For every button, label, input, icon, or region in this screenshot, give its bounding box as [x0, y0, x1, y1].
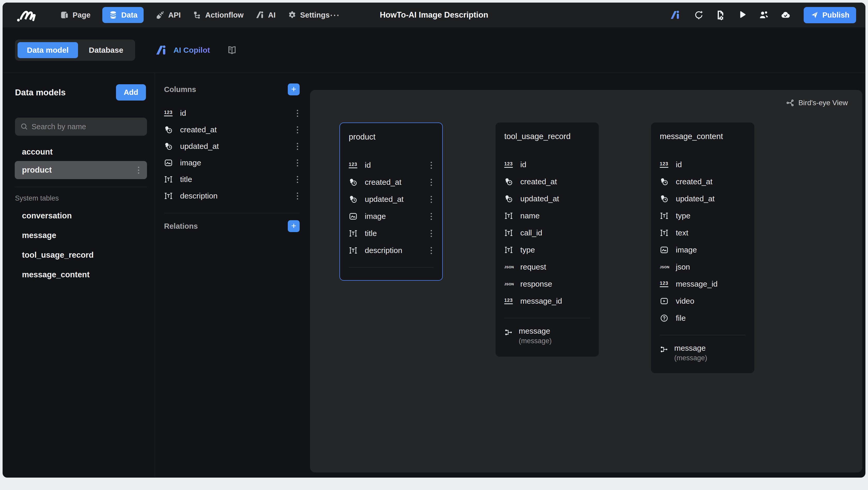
text-icon	[349, 229, 361, 238]
json-icon: JSON	[504, 282, 516, 286]
birdseye-share-icon	[786, 99, 795, 107]
publish-button[interactable]: Publish	[804, 7, 856, 23]
field-name: type	[520, 246, 590, 254]
people-icon[interactable]	[759, 10, 769, 20]
model-list: account product	[3, 143, 155, 179]
birdseye-view-button[interactable]: Bird's-eye View	[786, 99, 848, 107]
field-menu-icon[interactable]	[429, 177, 433, 187]
video-icon	[660, 297, 672, 305]
field-menu-icon[interactable]	[429, 211, 433, 221]
docs-book-icon[interactable]	[226, 45, 238, 56]
file-unknown-icon	[660, 314, 672, 323]
column-menu-icon[interactable]	[295, 158, 300, 168]
search-input[interactable]	[15, 118, 147, 136]
table-card-product[interactable]: product 123 id created_at updated_at ima…	[339, 123, 443, 281]
column-row-description[interactable]: description	[164, 188, 300, 204]
column-menu-icon[interactable]	[295, 141, 300, 151]
table-name: product	[349, 132, 433, 143]
column-row-updated_at[interactable]: updated_at	[164, 138, 300, 155]
send-icon	[810, 11, 819, 19]
column-row-created_at[interactable]: created_at	[164, 121, 300, 138]
card-field-id: 123 id	[660, 156, 746, 173]
column-menu-icon[interactable]	[295, 191, 300, 201]
more-menu-icon[interactable]: ⋯	[330, 12, 340, 18]
model-search	[15, 118, 147, 136]
publish-label: Publish	[822, 11, 849, 20]
field-name: id	[676, 160, 746, 169]
cloud-check-icon[interactable]	[780, 10, 791, 20]
tab-page[interactable]: Page	[60, 10, 90, 20]
column-name: updated_at	[180, 142, 295, 151]
datetime-clock-icon	[504, 194, 516, 203]
add-column-button[interactable]: +	[288, 84, 300, 95]
card-field-created_at: created_at	[349, 174, 433, 191]
sidebar-item-message[interactable]: message	[15, 225, 147, 245]
card-field-updated_at: updated_at	[660, 190, 746, 207]
schema-canvas[interactable]: Bird's-eye View product 123 id created_a…	[310, 90, 862, 472]
model-menu-icon[interactable]	[136, 165, 141, 175]
field-name: created_at	[365, 178, 429, 187]
table-card-tool_usage_record[interactable]: tool_usage_record 123 id created_at upda…	[495, 123, 599, 357]
tab-actionflow[interactable]: Actionflow	[193, 10, 244, 20]
field-name: name	[520, 211, 590, 220]
field-name: description	[365, 246, 429, 255]
model-name: product	[22, 165, 52, 175]
card-field-text: text	[660, 224, 746, 241]
image-icon	[164, 158, 176, 167]
sidebar-divider	[15, 187, 147, 187]
ai-copilot-label: AI Copilot	[173, 46, 210, 55]
field-menu-icon[interactable]	[429, 246, 433, 255]
card-field-name: name	[504, 207, 590, 224]
sidebar-item-message_content[interactable]: message_content	[15, 265, 147, 284]
main-nav: Page Data API Actionflow AI Settings	[60, 7, 330, 23]
card-divider	[349, 267, 433, 268]
field-menu-icon[interactable]	[429, 194, 433, 205]
tab-api[interactable]: API	[156, 10, 181, 20]
text-icon	[504, 228, 516, 237]
refresh-sparkle-icon[interactable]	[693, 10, 704, 20]
add-relation-button[interactable]: +	[288, 220, 300, 232]
ai-copilot-button[interactable]: AI Copilot	[155, 45, 210, 56]
card-field-video: video	[660, 293, 746, 310]
sidebar-item-account[interactable]: account	[15, 143, 147, 161]
momen-logo-icon[interactable]	[16, 7, 38, 23]
view-switcher: Data model Database	[15, 39, 135, 61]
search-icon	[20, 123, 28, 131]
datetime-clock-icon	[349, 195, 361, 204]
card-field-description: description	[349, 242, 433, 259]
number-123-icon: 123	[349, 162, 361, 168]
table-card-message_content[interactable]: message_content 123 id created_at update…	[651, 123, 754, 373]
card-field-json: JSON json	[660, 258, 746, 275]
tab-database[interactable]: Database	[80, 42, 132, 58]
tab-settings[interactable]: Settings	[287, 10, 330, 20]
field-name: created_at	[520, 177, 590, 186]
tab-data[interactable]: Data	[102, 7, 144, 23]
column-menu-icon[interactable]	[295, 175, 300, 185]
card-field-type: type	[504, 241, 590, 258]
card-field-call_id: call_id	[504, 224, 590, 241]
field-menu-icon[interactable]	[429, 160, 433, 170]
tab-data-model[interactable]: Data model	[18, 42, 78, 58]
tab-label: Data	[121, 11, 137, 20]
column-menu-icon[interactable]	[295, 108, 300, 118]
model-name: account	[22, 147, 53, 157]
tab-ai[interactable]: AI	[255, 10, 276, 20]
field-name: id	[365, 161, 429, 170]
sub-toolbar: Data model Database AI Copilot	[3, 27, 865, 73]
column-row-image[interactable]: image	[164, 155, 300, 171]
table-name: tool_usage_record	[504, 132, 590, 142]
sidebar-item-product[interactable]: product	[15, 161, 147, 179]
sidebar-item-tool_usage_record[interactable]: tool_usage_record	[15, 245, 147, 265]
play-icon[interactable]	[737, 10, 747, 20]
image-icon	[660, 246, 672, 254]
field-menu-icon[interactable]	[429, 228, 433, 239]
column-menu-icon[interactable]	[295, 125, 300, 135]
column-row-id[interactable]: 123 id	[164, 105, 300, 121]
tab-label: Settings	[300, 11, 330, 20]
ai-logo-icon[interactable]	[669, 10, 682, 20]
sidebar-item-conversation[interactable]: conversation	[15, 206, 147, 225]
file-gear-icon[interactable]	[715, 10, 726, 20]
card-field-message_id: 123 message_id	[504, 293, 590, 310]
column-row-title[interactable]: title	[164, 171, 300, 188]
add-model-button[interactable]: Add	[116, 84, 146, 100]
